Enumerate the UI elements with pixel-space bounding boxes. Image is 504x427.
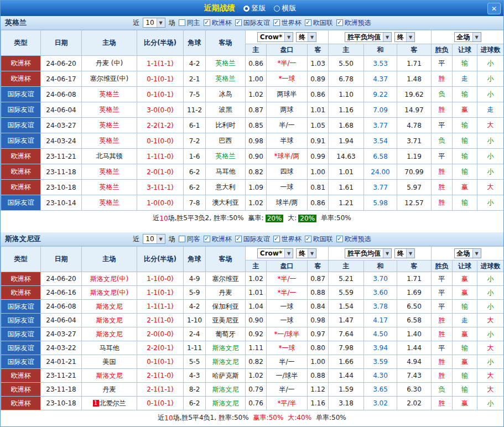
handicap-stage-select[interactable]: 终▼ xyxy=(296,248,316,258)
ah-home-odds: 1.02 xyxy=(246,369,267,383)
filter-checkbox[interactable]: ✓欧国联 xyxy=(305,235,333,244)
scope-select[interactable]: 全场▼ xyxy=(454,248,481,258)
summary-text: 20% xyxy=(298,215,316,222)
select-value: 胜平负均值 xyxy=(345,33,383,41)
result-goals: 小 xyxy=(477,164,504,180)
euro-away-odds: 70.99 xyxy=(397,164,432,180)
chevron-down-icon: ▼ xyxy=(308,33,316,41)
close-button[interactable]: ✕ xyxy=(487,3,501,14)
result-wdl: 胜 xyxy=(432,397,453,410)
away-team: 马耳他 xyxy=(206,164,246,180)
corners: 6-2 xyxy=(184,180,206,195)
home-team: 英格兰 xyxy=(82,195,137,211)
ah-home-odds: 1.01 xyxy=(246,286,267,300)
filter-checkbox[interactable]: ✓欧洲预选 xyxy=(336,235,371,244)
sections-container: 英格兰近10▼场同主✓欧洲杯✓国际友谊✓世界杯✓欧国联✓欧洲预选类型日期主场比分… xyxy=(1,16,503,425)
filter-checkbox[interactable]: 同主 xyxy=(179,18,200,28)
page-title: 近期战绩 xyxy=(204,3,235,13)
home-team: 英格兰 xyxy=(82,164,137,180)
summary-text: 大: xyxy=(288,214,297,223)
corners: 5-5 xyxy=(184,355,206,369)
ah-away-odds: 0.88 xyxy=(308,369,329,383)
recent-count-select[interactable]: 10▼ xyxy=(143,234,165,244)
ah-away-odds: 1.00 xyxy=(308,164,329,180)
filter-checkbox[interactable]: ✓欧洲杯 xyxy=(204,18,232,28)
column-header: 类型 xyxy=(1,247,41,272)
euro-stage-select[interactable]: 终▼ xyxy=(394,32,415,42)
table-row: 欧洲杯24-06-17塞尔维亚(中)0-1(0-1)2-1英格兰1.00*一球0… xyxy=(1,71,504,87)
radio-label: 横版 xyxy=(282,3,297,13)
recent-label: 近 xyxy=(133,235,139,244)
euro-away-odds: 14.97 xyxy=(397,102,432,118)
radio-horizontal-layout[interactable]: 横版 xyxy=(274,3,297,13)
summary-text: 单率:50% xyxy=(316,413,346,423)
ah-away-odds: 0.88 xyxy=(308,286,329,300)
away-team: 澳大利亚 xyxy=(206,195,246,211)
result-goals: 小 xyxy=(477,87,504,102)
away-team: 英格兰 xyxy=(206,71,246,87)
filter-checkbox[interactable]: ✓国际友谊 xyxy=(235,235,270,244)
column-subheader: 进球数 xyxy=(477,44,504,56)
corners: 2-4 xyxy=(184,327,206,341)
radio-vertical-layout[interactable]: 竖版 xyxy=(243,3,266,13)
column-subheader: 和 xyxy=(364,261,397,272)
euro-odds-type-select[interactable]: 胜平负均值▼ xyxy=(345,32,392,42)
ah-home-odds: 0.76 xyxy=(246,397,267,410)
table-row: 欧洲杯23-11-21斯洛文尼2-1(1-0)4-3哈萨克斯1.02一/球半0.… xyxy=(1,369,504,383)
score: 0-1(0-1) xyxy=(137,397,184,410)
section-header-bar: 斯洛文尼亚近10▼场同客✓欧洲杯✓国际友谊✓世界杯✓欧国联✓欧洲预选 xyxy=(1,232,503,246)
result-goals: 小 xyxy=(477,149,504,164)
table-row: 国际友谊24-03-24英格兰0-1(0-0)7-2巴西0.98半球0.911.… xyxy=(1,133,504,149)
ah-home-odds: 0.87 xyxy=(246,102,267,118)
match-date: 24-06-20 xyxy=(41,272,82,286)
euro-draw-odds: 3.77 xyxy=(364,180,397,195)
checkbox-icon xyxy=(179,236,185,242)
euro-draw-odds: 3.59 xyxy=(364,355,397,369)
result-handicap: 输 xyxy=(453,383,477,397)
column-header: 客场 xyxy=(206,30,246,56)
score: 0-1(0-1) xyxy=(137,87,184,102)
bookmaker-select[interactable]: Crow*▼ xyxy=(257,248,293,258)
match-date: 23-10-14 xyxy=(41,195,82,211)
match-type: 国际友谊 xyxy=(1,133,41,149)
euro-odds-type-select[interactable]: 胜平负均值▼ xyxy=(345,248,392,258)
filter-checkbox[interactable]: ✓世界杯 xyxy=(273,235,302,244)
result-handicap: 赢 xyxy=(453,180,477,195)
select-value: 终 xyxy=(297,249,308,258)
away-team: 英格兰 xyxy=(206,149,246,164)
radio-icon xyxy=(274,6,280,12)
filter-checkbox[interactable]: ✓世界杯 xyxy=(273,18,302,28)
ah-home-odds: 0.82 xyxy=(246,355,267,369)
euro-away-odds: 1.48 xyxy=(397,71,432,87)
checkbox-icon: ✓ xyxy=(235,19,242,26)
result-handicap: 输 xyxy=(453,118,477,133)
checkbox-icon: ✓ xyxy=(305,19,311,26)
euro-stage-select[interactable]: 终▼ xyxy=(394,248,415,258)
ah-away-odds: 0.81 xyxy=(308,180,329,195)
ah-line: *一/球半 xyxy=(267,327,308,341)
filter-checkbox[interactable]: 同客 xyxy=(179,235,200,244)
checkbox-label: 欧国联 xyxy=(313,235,333,244)
ah-line: *一球 xyxy=(267,71,308,87)
filter-checkbox[interactable]: ✓欧国联 xyxy=(305,18,333,28)
bookmaker-select[interactable]: Crow*▼ xyxy=(257,32,293,42)
match-type: 欧洲杯 xyxy=(1,286,41,300)
filter-checkbox[interactable]: ✓欧洲杯 xyxy=(204,235,232,244)
select-value: 全场 xyxy=(455,249,472,258)
ah-line: 两球半 xyxy=(267,87,308,102)
euro-draw-odds: 4.17 xyxy=(364,314,397,327)
select-value: 全场 xyxy=(455,33,472,41)
scope-select[interactable]: 全场▼ xyxy=(454,32,481,42)
score: 2-0(0-0) xyxy=(137,327,184,341)
filter-checkbox[interactable]: ✓欧洲预选 xyxy=(336,18,371,28)
team-section: 英格兰近10▼场同主✓欧洲杯✓国际友谊✓世界杯✓欧国联✓欧洲预选类型日期主场比分… xyxy=(1,16,503,226)
score: 2-2(1-2) xyxy=(137,118,184,133)
away-team: 哈萨克斯 xyxy=(206,369,246,383)
away-team: 巴西 xyxy=(206,133,246,149)
handicap-stage-select[interactable]: 终▼ xyxy=(296,32,316,42)
filter-checkbox[interactable]: ✓国际友谊 xyxy=(235,18,270,28)
match-type: 国际友谊 xyxy=(1,327,41,341)
recent-count-select[interactable]: 10▼ xyxy=(143,18,165,28)
euro-home-odds: 1.54 xyxy=(329,300,364,314)
select-value: Crow* xyxy=(258,249,284,258)
